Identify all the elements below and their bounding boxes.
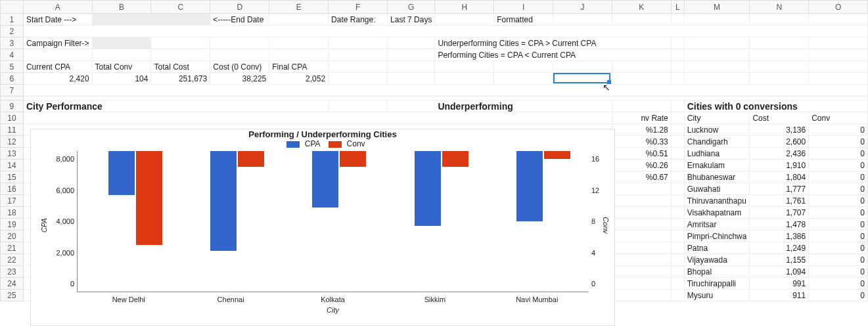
cell[interactable]	[612, 242, 671, 254]
cell[interactable]: 0	[809, 242, 868, 254]
cell[interactable]: Cost	[750, 112, 809, 124]
cell[interactable]: Vijayawada	[684, 254, 750, 266]
cell[interactable]	[612, 254, 671, 266]
cell[interactable]	[684, 37, 750, 49]
cell[interactable]	[151, 14, 210, 26]
cell[interactable]	[671, 266, 684, 278]
cell[interactable]: Start Date --->	[23, 14, 92, 26]
row-header[interactable]: 19	[1, 219, 24, 230]
cell[interactable]: Last 7 Days	[388, 14, 435, 26]
cell[interactable]: 911	[750, 290, 809, 301]
row-header[interactable]: 6	[1, 73, 24, 85]
cell[interactable]: 1,761	[750, 195, 809, 207]
cell[interactable]: %1.28	[612, 124, 671, 136]
cell[interactable]: Tiruchirappalli	[684, 278, 750, 290]
col-header[interactable]: L	[671, 1, 684, 14]
col-header[interactable]: I	[494, 1, 553, 14]
cell[interactable]: Cost (0 Conv)	[210, 61, 269, 73]
cell[interactable]: 1,804	[750, 171, 809, 183]
cell[interactable]	[671, 124, 684, 136]
cell[interactable]	[750, 14, 809, 26]
cell[interactable]	[612, 183, 671, 195]
cell[interactable]	[151, 37, 210, 49]
cell[interactable]	[92, 49, 151, 61]
cell[interactable]	[750, 37, 809, 49]
cell[interactable]: Ernakulam	[684, 160, 750, 171]
cell[interactable]: 0	[809, 266, 868, 278]
cell[interactable]: 2,436	[750, 148, 809, 160]
col-header[interactable]: F	[329, 1, 388, 14]
cell[interactable]: Final CPA	[269, 61, 329, 73]
cell[interactable]: 0	[809, 219, 868, 230]
cell[interactable]: %0.33	[612, 136, 671, 148]
cell[interactable]: Underperforming Cities = CPA > Current C…	[435, 37, 671, 49]
cell[interactable]	[671, 230, 684, 242]
col-header[interactable]: G	[388, 1, 435, 14]
cell[interactable]	[269, 14, 329, 26]
cell[interactable]	[553, 14, 612, 26]
row-header[interactable]: 14	[1, 160, 24, 171]
cell[interactable]: Total Cost	[151, 61, 210, 73]
section-title-city-performance[interactable]: City Performance	[23, 100, 328, 112]
cell[interactable]: 0	[809, 171, 868, 183]
cell[interactable]: 1,386	[750, 230, 809, 242]
cell[interactable]: 0	[809, 195, 868, 207]
section-title-underperforming[interactable]: Underperforming	[435, 100, 612, 112]
cell[interactable]	[23, 112, 612, 124]
row-header[interactable]: 2	[1, 26, 24, 37]
cell[interactable]: Date Range:	[329, 14, 388, 26]
cell[interactable]	[388, 100, 435, 112]
cell[interactable]	[750, 73, 809, 85]
cell[interactable]: Thiruvananthapu	[684, 195, 750, 207]
cell[interactable]: 0	[809, 160, 868, 171]
cell[interactable]: <-----End Date	[210, 14, 269, 26]
cell[interactable]: Patna	[684, 242, 750, 254]
col-header[interactable]: K	[612, 1, 671, 14]
cell[interactable]: Performing Cities = CPA < Current CPA	[435, 49, 671, 61]
col-header[interactable]: B	[92, 1, 151, 14]
cell[interactable]: 1,910	[750, 160, 809, 171]
cell[interactable]	[92, 14, 151, 26]
cell[interactable]	[809, 14, 868, 26]
col-header[interactable]: J	[553, 1, 612, 14]
cell[interactable]: 1,777	[750, 183, 809, 195]
cell[interactable]	[750, 49, 809, 61]
col-header[interactable]: M	[684, 1, 750, 14]
cell[interactable]	[612, 73, 671, 85]
cell[interactable]	[671, 171, 684, 183]
cell[interactable]: 38,225	[210, 73, 269, 85]
cell[interactable]	[435, 14, 494, 26]
cell[interactable]	[612, 290, 671, 301]
cell[interactable]	[151, 49, 210, 61]
cell[interactable]	[23, 26, 867, 37]
cell[interactable]	[435, 61, 494, 73]
cell[interactable]	[494, 73, 553, 85]
cell[interactable]	[671, 73, 684, 85]
cell[interactable]	[612, 207, 671, 219]
cell[interactable]: Formatted	[494, 14, 553, 26]
row-header[interactable]: 11	[1, 124, 24, 136]
row-header[interactable]: 24	[1, 278, 24, 290]
cell[interactable]	[23, 85, 867, 97]
cell[interactable]	[435, 73, 494, 85]
cell[interactable]	[671, 290, 684, 301]
cell[interactable]: 0	[809, 278, 868, 290]
cell[interactable]: 0	[809, 124, 868, 136]
col-header[interactable]: E	[269, 1, 329, 14]
cell[interactable]: %0.26	[612, 160, 671, 171]
col-header[interactable]: N	[750, 1, 809, 14]
cell[interactable]	[750, 61, 809, 73]
cell[interactable]: 104	[92, 73, 151, 85]
col-header[interactable]: O	[809, 1, 868, 14]
cell[interactable]: 1,478	[750, 219, 809, 230]
row-header[interactable]: 25	[1, 290, 24, 301]
cell[interactable]: 0	[809, 136, 868, 148]
cell[interactable]	[612, 14, 671, 26]
cell[interactable]: Ludhiana	[684, 148, 750, 160]
cell[interactable]	[671, 195, 684, 207]
cell[interactable]: nv Rate	[612, 112, 671, 124]
cell[interactable]	[671, 242, 684, 254]
cell[interactable]: 1,249	[750, 242, 809, 254]
col-header[interactable]: H	[435, 1, 494, 14]
cell[interactable]: Bhopal	[684, 266, 750, 278]
